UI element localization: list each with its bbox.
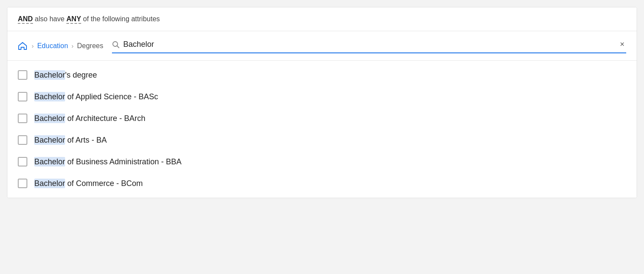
checkbox-1[interactable] (18, 70, 27, 80)
search-area: × (112, 38, 626, 53)
item-label-3: Bachelor of Architecture - BArch (34, 114, 145, 123)
highlight-5: Bachelor (34, 157, 65, 166)
highlight-3: Bachelor (34, 114, 65, 123)
list-item[interactable]: Bachelor of Architecture - BArch (7, 108, 637, 129)
highlight-6: Bachelor (34, 179, 65, 188)
svg-line-1 (117, 46, 119, 48)
highlight-1: Bachelor (34, 70, 65, 80)
checkbox-2[interactable] (18, 92, 27, 101)
header-text: AND also have ANY of the following attri… (18, 15, 160, 24)
and-label: AND (18, 15, 33, 24)
breadcrumb-education[interactable]: Education (37, 42, 68, 50)
checkbox-3[interactable] (18, 114, 27, 123)
checkbox-5[interactable] (18, 157, 27, 166)
highlight-2: Bachelor (34, 92, 65, 101)
chevron-1: › (32, 42, 34, 49)
header-end: of the following attributes (81, 15, 160, 23)
item-label-1: Bachelor's degree (34, 71, 97, 80)
any-label: ANY (66, 15, 81, 24)
search-icon (112, 41, 120, 49)
items-list: Bachelor's degree Bachelor of Applied Sc… (7, 61, 637, 198)
header-row: AND also have ANY of the following attri… (7, 7, 637, 31)
item-label-5: Bachelor of Business Administration - BB… (34, 157, 181, 166)
list-item[interactable]: Bachelor of Arts - BA (7, 129, 637, 151)
home-icon[interactable] (18, 42, 27, 50)
list-item[interactable]: Bachelor of Applied Science - BASc (7, 86, 637, 108)
chevron-2: › (72, 42, 74, 49)
item-label-2: Bachelor of Applied Science - BASc (34, 92, 158, 101)
list-item[interactable]: Bachelor of Commerce - BCom (7, 173, 637, 194)
item-label-4: Bachelor of Arts - BA (34, 136, 107, 145)
highlight-4: Bachelor (34, 135, 65, 145)
search-input[interactable] (123, 40, 618, 49)
main-container: AND also have ANY of the following attri… (7, 7, 637, 198)
header-middle: also have (33, 15, 66, 23)
breadcrumb-degrees: Degrees (77, 42, 103, 50)
list-item[interactable]: Bachelor of Business Administration - BB… (7, 151, 637, 173)
list-item[interactable]: Bachelor's degree (7, 64, 637, 86)
checkbox-4[interactable] (18, 135, 27, 145)
checkbox-6[interactable] (18, 179, 27, 188)
item-label-6: Bachelor of Commerce - BCom (34, 179, 143, 188)
clear-icon[interactable]: × (618, 38, 626, 51)
breadcrumb-search-row: › Education › Degrees × (7, 31, 637, 61)
